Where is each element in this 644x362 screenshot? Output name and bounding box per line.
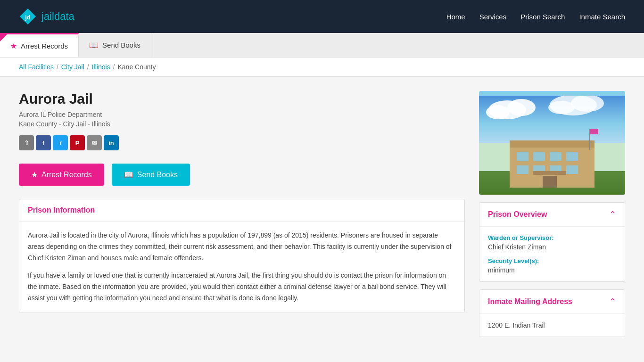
logo-icon: jd	[19, 8, 37, 25]
breadcrumb-kane-county: Kane County	[118, 63, 156, 71]
mailing-card-body: 1200 E. Indian Trail	[479, 314, 625, 337]
arrest-records-label: Arrest Records	[41, 171, 92, 179]
mailing-header-title: Inmate Mailing Address	[488, 297, 572, 306]
arrest-star-icon: ★	[31, 170, 38, 179]
prison-overview-card: Prison Overview ⌃ Warden or Supervisor: …	[479, 202, 625, 282]
warden-value: Chief Kristen Ziman	[488, 243, 616, 251]
action-buttons: ★ Arrest Records 📖 Send Books	[19, 164, 465, 186]
star-icon: ★	[10, 41, 17, 50]
svg-rect-12	[550, 152, 561, 161]
prison-info-para2: If you have a family or loved one that i…	[28, 270, 456, 304]
prison-overview-body: Warden or Supervisor: Chief Kristen Zima…	[479, 227, 625, 281]
svg-rect-14	[517, 165, 528, 174]
prison-info-card: Prison Information Aurora Jail is locate…	[19, 199, 465, 313]
share-button[interactable]: ⇧	[19, 135, 34, 150]
prison-info-body: Aurora Jail is located in the city of Au…	[19, 222, 464, 313]
send-books-button[interactable]: 📖 Send Books	[112, 164, 190, 186]
nav-home[interactable]: Home	[446, 13, 465, 21]
email-button[interactable]: ✉	[87, 135, 102, 150]
svg-rect-21	[533, 171, 566, 175]
nav-inmate-search[interactable]: Inmate Search	[579, 13, 625, 21]
svg-rect-18	[543, 176, 557, 188]
send-books-book-icon: 📖	[124, 170, 133, 179]
social-share: ⇧ f 𝕣 P ✉ in	[19, 135, 465, 150]
svg-rect-17	[566, 165, 578, 174]
send-books-label: Send Books	[137, 171, 178, 179]
nav-prison-search[interactable]: Prison Search	[520, 13, 565, 21]
svg-point-4	[486, 105, 510, 119]
svg-point-7	[548, 101, 575, 114]
svg-point-3	[507, 99, 536, 116]
mailing-chevron-icon[interactable]: ⌃	[609, 296, 616, 307]
jail-title: Aurora Jail	[19, 91, 465, 107]
svg-rect-10	[517, 152, 528, 161]
svg-rect-13	[566, 152, 578, 161]
facebook-button[interactable]: f	[36, 135, 51, 150]
facility-image	[479, 91, 625, 195]
building-svg	[500, 126, 604, 188]
main-wrapper: Aurora Jail Aurora IL Police Department …	[0, 77, 644, 351]
svg-text:jd: jd	[25, 14, 31, 21]
breadcrumb-all-facilities[interactable]: All Facilities	[19, 63, 54, 71]
subnav-arrest-records[interactable]: ★ Arrest Records	[0, 33, 79, 57]
breadcrumb-sep2: /	[87, 63, 89, 71]
prison-overview-header: Prison Overview ⌃	[479, 203, 625, 227]
breadcrumb-sep3: /	[113, 63, 115, 71]
prison-overview-title: Prison Overview	[488, 210, 547, 219]
mailing-card-header: Inmate Mailing Address ⌃	[479, 290, 625, 314]
overview-chevron-icon[interactable]: ⌃	[609, 209, 616, 220]
svg-rect-9	[510, 140, 594, 148]
twitter-button[interactable]: 𝕣	[53, 135, 68, 150]
jail-subtitle2: Kane County - City Jail - Illinois	[19, 120, 465, 128]
breadcrumb-city-jail[interactable]: City Jail	[61, 63, 84, 71]
content-left: Aurora Jail Aurora IL Police Department …	[19, 91, 465, 337]
nav-services[interactable]: Services	[479, 13, 507, 21]
subnav-send-books[interactable]: 📖 Send Books	[79, 33, 151, 57]
prison-info-header: Prison Information	[19, 199, 464, 222]
security-value: minimum	[488, 266, 616, 274]
navbar: jd jaildata Home Services Prison Search …	[0, 0, 644, 33]
logo[interactable]: jd jaildata	[19, 8, 74, 25]
book-icon: 📖	[89, 41, 99, 49]
jail-subtitle1: Aurora IL Police Department	[19, 111, 465, 118]
nav-links: Home Services Prison Search Inmate Searc…	[446, 13, 625, 21]
svg-rect-20	[590, 129, 598, 134]
mailing-card: Inmate Mailing Address ⌃ 1200 E. Indian …	[479, 289, 625, 337]
subnav: ★ Arrest Records 📖 Send Books	[0, 33, 644, 58]
subnav-books-label: Send Books	[102, 41, 140, 49]
content-right: Prison Overview ⌃ Warden or Supervisor: …	[479, 91, 625, 337]
warden-label: Warden or Supervisor:	[488, 234, 616, 241]
breadcrumb-illinois[interactable]: Illinois	[92, 63, 110, 71]
security-label: Security Level(s):	[488, 257, 616, 264]
breadcrumb-sep1: /	[57, 63, 58, 71]
logo-text: jaildata	[41, 10, 74, 23]
pinterest-button[interactable]: P	[70, 135, 85, 150]
prison-info-para1: Aurora Jail is located in the city of Au…	[28, 230, 456, 263]
linkedin-button[interactable]: in	[104, 135, 119, 150]
subnav-arrest-label: Arrest Records	[21, 42, 68, 50]
breadcrumb: All Facilities / City Jail / Illinois / …	[0, 58, 644, 77]
mailing-address-line1: 1200 E. Indian Trail	[488, 321, 545, 329]
arrest-records-button[interactable]: ★ Arrest Records	[19, 164, 104, 186]
svg-rect-11	[533, 152, 545, 161]
